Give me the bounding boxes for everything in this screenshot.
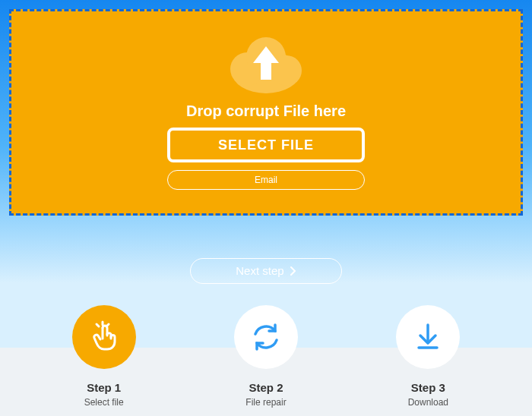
step-2[interactable]: Step 2 File repair	[213, 305, 319, 408]
dropzone-label: Drop corrupt File here	[186, 102, 346, 120]
download-icon	[396, 305, 460, 369]
next-step-button[interactable]: Next step	[190, 258, 342, 284]
step-subtitle: Select file	[84, 397, 124, 408]
svg-line-66	[106, 324, 109, 326]
chevron-right-icon	[290, 265, 296, 278]
refresh-icon	[234, 305, 298, 369]
steps-row: Step 1 Select file Step 2 File repair	[0, 305, 532, 408]
step-3[interactable]: Step 3 Download	[375, 305, 481, 408]
pointer-hand-icon	[72, 305, 136, 369]
step-title: Step 1	[87, 381, 121, 394]
email-input[interactable]	[167, 170, 365, 190]
next-step-label: Next step	[236, 264, 283, 277]
step-1[interactable]: Step 1 Select file	[51, 305, 157, 408]
svg-line-65	[97, 324, 99, 326]
step-subtitle: File repair	[245, 397, 286, 408]
step-subtitle: Download	[408, 397, 448, 408]
upload-cloud-icon	[224, 33, 308, 93]
select-file-button[interactable]: SELECT FILE	[167, 128, 365, 162]
step-title: Step 2	[249, 381, 283, 394]
step-title: Step 3	[411, 381, 445, 394]
file-dropzone[interactable]: Drop corrupt File here SELECT FILE	[9, 9, 523, 216]
